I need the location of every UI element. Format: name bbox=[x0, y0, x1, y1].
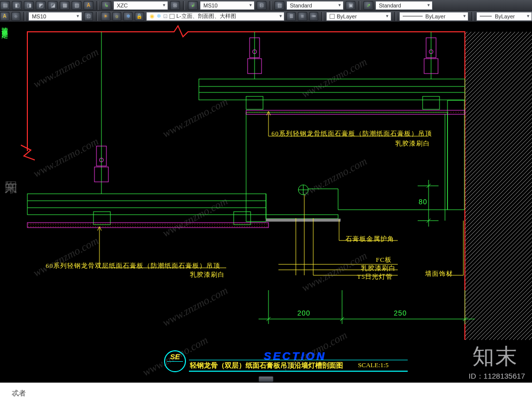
dim-200: 200 bbox=[297, 309, 310, 317]
note-upper-right-2: 乳胶漆刷白 bbox=[395, 139, 430, 148]
btn-f3[interactable]: ≔ bbox=[309, 12, 319, 21]
svg-rect-13 bbox=[266, 215, 338, 219]
std-value: Standard bbox=[379, 2, 401, 8]
svg-rect-2 bbox=[199, 79, 465, 100]
btn-tstyle2-icon[interactable]: ⟐ bbox=[11, 12, 21, 21]
btn-c1[interactable]: ⊟ bbox=[257, 1, 266, 10]
textstyle-value: MS10 bbox=[32, 13, 46, 19]
chevron-down-icon: ▼ bbox=[76, 14, 80, 18]
tablestyle-value: Standard bbox=[290, 2, 312, 8]
note-paint: 乳胶漆刷白 bbox=[361, 264, 396, 273]
cad-app-frame: ▤ ◧ ◨ ◩ ◪ ▦ ▧ A ↳ XZC ▼ ⊞ ↲ MS10 ▼ ⊟ ▥ S… bbox=[0, 0, 532, 383]
dim-80: 80 bbox=[419, 198, 428, 206]
dimstyle-value: XZC bbox=[117, 2, 128, 8]
btn-std-icon[interactable]: ⇗ bbox=[363, 1, 373, 10]
lineweight-dropdown[interactable]: ByLayer ▼ bbox=[476, 12, 532, 21]
chevron-down-icon: ▼ bbox=[278, 14, 282, 18]
btn-a6[interactable]: ▦ bbox=[60, 1, 70, 10]
dim-250: 250 bbox=[394, 309, 407, 317]
bulb-icon: ◉ bbox=[150, 13, 155, 19]
corner-text: 忒者 bbox=[12, 389, 26, 398]
sep bbox=[96, 1, 98, 10]
cad-drawing bbox=[0, 22, 532, 383]
mleader-value: MS10 bbox=[203, 2, 218, 8]
section-title-block: SE SECTION 轻钢龙骨（双层）纸面石膏板吊顶沿墙灯槽剖面图 SCALE:… bbox=[164, 343, 423, 373]
sep bbox=[358, 1, 360, 10]
freeze-icon: ❄ bbox=[157, 13, 161, 19]
note-left-1: 60系列轻钢龙骨双层纸面石膏板（防潮纸面石膏板）吊顶 bbox=[46, 261, 220, 270]
btn-dimstyle-icon[interactable]: ↳ bbox=[101, 1, 111, 10]
section-name: 轻钢龙骨（双层）纸面石膏板吊顶沿墙灯槽剖面图 bbox=[190, 361, 343, 370]
ltype-preview bbox=[403, 16, 423, 16]
btn-d1[interactable]: ▣ bbox=[346, 1, 355, 10]
section-tag-text: SE bbox=[170, 352, 180, 361]
linetype-dropdown[interactable]: ByLayer ▼ bbox=[399, 12, 469, 21]
chevron-down-icon: ▼ bbox=[462, 14, 466, 18]
toolbar-row-2: A ⟐ MS10 ▼ ⊡ ☀ ☼ ❄ 🔒 ◉ ❄ ⊡ L-立面、剖面图、大样图 … bbox=[0, 11, 532, 22]
drawing-canvas[interactable]: 60系列轻钢龙骨纸面石膏板（防潮纸面石膏板）吊顶 乳胶漆刷白 按顶面高差定 石膏… bbox=[0, 22, 532, 383]
toolbar-row-1: ▤ ◧ ◨ ◩ ◪ ▦ ▧ A ↳ XZC ▼ ⊞ ↲ MS10 ▼ ⊟ ▥ S… bbox=[0, 0, 532, 11]
sep bbox=[269, 1, 271, 10]
svg-rect-1 bbox=[465, 32, 532, 340]
btn-layeriso-icon[interactable]: ≣ bbox=[286, 12, 296, 21]
btn-a7[interactable]: ▧ bbox=[72, 1, 82, 10]
lock-icon: ⊡ bbox=[163, 13, 168, 19]
svg-rect-17 bbox=[27, 223, 268, 228]
svg-rect-19 bbox=[266, 219, 341, 222]
chevron-down-icon: ▼ bbox=[526, 14, 530, 18]
btn-tblstyle-icon[interactable]: ▥ bbox=[274, 1, 284, 10]
mleader-dropdown[interactable]: MS10 ▼ bbox=[200, 1, 255, 10]
chevron-down-icon: ▼ bbox=[385, 14, 389, 18]
btn-sun-icon[interactable]: ☼ bbox=[112, 12, 122, 21]
btn-a1[interactable]: ▤ bbox=[0, 1, 10, 10]
sep bbox=[96, 12, 98, 21]
note-fc: FC板 bbox=[376, 255, 392, 264]
dimstyle-dropdown[interactable]: XZC ▼ bbox=[113, 1, 168, 10]
color-value: ByLayer bbox=[337, 13, 356, 19]
layer-name: L-立面、剖面图、大样图 bbox=[177, 12, 236, 20]
textstyle-dropdown[interactable]: MS10 ▼ bbox=[28, 12, 82, 21]
btn-e1[interactable]: ⊡ bbox=[84, 12, 93, 21]
btn-mleader-icon[interactable]: ↲ bbox=[188, 1, 198, 10]
svg-rect-8 bbox=[27, 194, 266, 215]
sep bbox=[394, 12, 396, 21]
ltype-value: ByLayer bbox=[426, 13, 445, 19]
btn-lock-icon[interactable]: 🔒 bbox=[135, 12, 144, 21]
chevron-down-icon: ▼ bbox=[427, 3, 431, 7]
chevron-down-icon: ▼ bbox=[162, 3, 166, 7]
site-logo-text: 知末 bbox=[472, 342, 518, 371]
note-metal-corner: 石膏板金属护角 bbox=[346, 235, 394, 243]
note-t5: T5日光灯管 bbox=[357, 272, 393, 281]
sep bbox=[183, 1, 185, 10]
note-left-2: 乳胶漆刷白 bbox=[190, 270, 225, 279]
horizontal-scroll-grip[interactable] bbox=[259, 376, 273, 382]
svg-rect-5 bbox=[246, 96, 263, 109]
tablestyle-dropdown[interactable]: Standard ▼ bbox=[286, 1, 344, 10]
btn-layerprop-icon[interactable]: ☀ bbox=[101, 12, 110, 21]
std-dropdown[interactable]: Standard ▼ bbox=[375, 1, 433, 10]
chevron-down-icon: ▼ bbox=[249, 3, 253, 7]
section-scale: SCALE:1:5 bbox=[358, 361, 388, 369]
sep bbox=[471, 12, 473, 21]
btn-a2[interactable]: ◧ bbox=[12, 1, 22, 10]
note-upper-right-1: 60系列轻钢龙骨纸面石膏板（防潮纸面石膏板）吊顶 bbox=[271, 129, 432, 138]
color-dropdown[interactable]: ByLayer ▼ bbox=[326, 12, 391, 21]
btn-f2[interactable]: ≡ bbox=[298, 12, 307, 21]
btn-a8[interactable]: A bbox=[84, 1, 93, 10]
svg-rect-18 bbox=[246, 110, 465, 114]
layer-color-swatch bbox=[170, 14, 175, 19]
btn-a4[interactable]: ◩ bbox=[36, 1, 46, 10]
sep bbox=[23, 12, 25, 21]
layer-dropdown[interactable]: ◉ ❄ ⊡ L-立面、剖面图、大样图 ▼ bbox=[146, 12, 285, 21]
btn-b1[interactable]: ⊞ bbox=[170, 1, 180, 10]
title-rule-bottom bbox=[189, 371, 408, 372]
color-swatch bbox=[330, 14, 335, 19]
asset-id: ID：1128135617 bbox=[469, 372, 525, 381]
btn-a5[interactable]: ◪ bbox=[48, 1, 58, 10]
page-bottom-strip: 忒者 bbox=[0, 383, 532, 401]
btn-freeze-icon[interactable]: ❄ bbox=[123, 12, 133, 21]
btn-a3[interactable]: ◨ bbox=[24, 1, 34, 10]
chevron-down-icon: ▼ bbox=[338, 3, 342, 7]
sep bbox=[321, 12, 323, 21]
btn-tstyle-icon[interactable]: A bbox=[0, 12, 9, 21]
